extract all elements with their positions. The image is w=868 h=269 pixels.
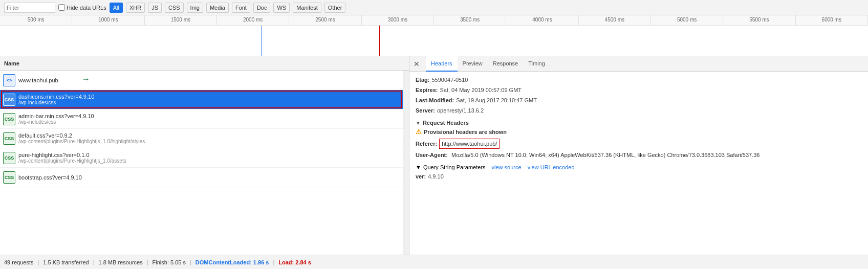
user-agent-line: User-Agent: Mozilla/5.0 (Windows NT 10.0… bbox=[416, 150, 862, 160]
list-item[interactable]: CSS dashicons.min.css?ver=4.9.10 /wp-inc… bbox=[0, 90, 403, 109]
filter-btn-doc[interactable]: Doc bbox=[253, 3, 271, 13]
referer-val: http://www.taohui.pub/ bbox=[439, 139, 500, 149]
tick-4500: 4500 ms bbox=[579, 15, 651, 25]
list-item[interactable]: CSS pure-highlight.css?ver=0.1.0 /wp-con… bbox=[0, 148, 403, 168]
req-text: www.taohui.pub bbox=[18, 77, 58, 83]
resources-size: 1.8 MB resources bbox=[98, 259, 142, 265]
hide-data-urls-text: Hide data URLs bbox=[67, 5, 106, 11]
referer-line: Referer: http://www.taohui.pub/ bbox=[416, 138, 862, 150]
tick-2500: 2500 ms bbox=[289, 15, 361, 25]
req-text: default.css?ver=0.9.2 /wp-content/plugin… bbox=[18, 132, 145, 144]
tick-5500: 5500 ms bbox=[723, 15, 795, 25]
list-item[interactable]: CSS default.css?ver=0.9.2 /wp-content/pl… bbox=[0, 129, 403, 148]
user-agent-val: Mozilla/5.0 (Windows NT 10.0; Win64; x64… bbox=[451, 152, 760, 158]
tab-timing[interactable]: Timing bbox=[523, 56, 550, 72]
triangle-icon: ▼ bbox=[416, 120, 421, 126]
last-modified-line: Last-Modified: Sat, 19 Aug 2017 20:10:47… bbox=[416, 95, 862, 105]
expires-val: Sat, 04 May 2019 00:57:09 GMT bbox=[440, 86, 522, 94]
req-name: default.css?ver=0.9.2 bbox=[18, 132, 145, 139]
hide-data-urls-label[interactable]: Hide data URLs bbox=[58, 4, 106, 11]
query-param: ver: 4.9.10 bbox=[416, 172, 862, 181]
list-item[interactable]: CSS admin-bar.min.css?ver=4.9.10 /wp-inc… bbox=[0, 109, 403, 129]
tick-1000: 1000 ms bbox=[72, 15, 144, 25]
req-path: /wp-content/plugins/Pure-Highlightjs_1.0… bbox=[18, 158, 126, 164]
expires-line: Expires: Sat, 04 May 2019 00:57:09 GMT bbox=[416, 85, 862, 95]
list-item[interactable]: CSS bootstrap.css?ver=4.9.10 bbox=[0, 168, 403, 187]
css-icon: CSS bbox=[3, 171, 15, 184]
server-val: openresty/1.13.6.2 bbox=[437, 106, 484, 115]
filter-input[interactable] bbox=[4, 3, 55, 13]
tab-preview[interactable]: Preview bbox=[458, 56, 488, 72]
tick-3000: 3000 ms bbox=[362, 15, 434, 25]
filter-btn-js[interactable]: JS bbox=[148, 3, 162, 13]
tick-2000: 2000 ms bbox=[217, 15, 289, 25]
tick-500: 500 ms bbox=[0, 15, 72, 25]
last-modified-val: Sat, 19 Aug 2017 20:10:47 GMT bbox=[456, 96, 537, 104]
query-key: ver: bbox=[416, 173, 426, 180]
green-arrow-icon: → bbox=[82, 75, 90, 84]
filter-btn-ws[interactable]: WS bbox=[273, 3, 290, 13]
req-name: admin-bar.min.css?ver=4.9.10 bbox=[18, 113, 94, 119]
load-time: Load: 2.84 s bbox=[278, 259, 311, 265]
req-text: admin-bar.min.css?ver=4.9.10 /wp-include… bbox=[18, 113, 94, 125]
filter-btn-img[interactable]: Img bbox=[187, 3, 203, 13]
requests-list[interactable]: <> www.taohui.pub → CSS dashicons.min.cs… bbox=[0, 71, 403, 255]
tick-1500: 1500 ms bbox=[145, 15, 217, 25]
req-name: pure-highlight.css?ver=0.1.0 bbox=[18, 152, 126, 158]
query-section: ▼ Query String Parameters view source vi… bbox=[416, 164, 862, 181]
css-icon: CSS bbox=[3, 113, 15, 125]
name-header: Name bbox=[0, 56, 409, 71]
tick-4000: 4000 ms bbox=[506, 15, 578, 25]
etag-key: Etag: bbox=[416, 76, 430, 84]
req-text: bootstrap.css?ver=4.9.10 bbox=[18, 174, 82, 181]
scrollbar[interactable] bbox=[403, 71, 409, 255]
query-val: 4.9.10 bbox=[428, 173, 444, 180]
css-icon: CSS bbox=[3, 94, 15, 106]
filter-btn-xhr[interactable]: XHR bbox=[126, 3, 145, 13]
etag-val: 5590047-0510 bbox=[432, 76, 468, 84]
provisional-text: Provisional headers are shown bbox=[424, 129, 507, 135]
last-modified-key: Last-Modified: bbox=[416, 96, 454, 104]
main-area: Name <> www.taohui.pub → CSS dashicons.m… bbox=[0, 56, 868, 255]
user-agent-key: User-Agent: bbox=[416, 152, 448, 158]
view-url-encoded-link[interactable]: view URL encoded bbox=[528, 164, 575, 170]
transferred-size: 1.5 KB transferred bbox=[43, 259, 89, 265]
filter-btn-other[interactable]: Other bbox=[324, 3, 346, 13]
tab-response[interactable]: Response bbox=[488, 56, 524, 72]
expires-key: Expires: bbox=[416, 86, 438, 94]
filter-btn-css[interactable]: CSS bbox=[165, 3, 184, 13]
req-name: dashicons.min.css?ver=4.9.10 bbox=[18, 94, 94, 100]
timeline-ruler: 500 ms 1000 ms 1500 ms 2000 ms 2500 ms 3… bbox=[0, 15, 868, 26]
etag-line: Etag: 5590047-0510 bbox=[416, 75, 862, 85]
dom-content-loaded: DOMContentLoaded: 1.96 s bbox=[196, 259, 269, 265]
server-key: Server: bbox=[416, 106, 435, 115]
timeline-area: 500 ms 1000 ms 1500 ms 2000 ms 2500 ms 3… bbox=[0, 15, 868, 56]
requests-count: 49 requests bbox=[4, 259, 33, 265]
referer-key: Referer: bbox=[416, 140, 437, 148]
server-line: Server: openresty/1.13.6.2 bbox=[416, 105, 862, 116]
provisional-banner: ⚠ Provisional headers are shown bbox=[416, 128, 862, 136]
tab-headers[interactable]: Headers bbox=[426, 56, 458, 72]
query-section-label: Query String Parameters bbox=[423, 164, 486, 170]
html-icon: <> bbox=[3, 74, 15, 86]
req-path: /wp-includes/css bbox=[18, 100, 94, 105]
timeline-bars bbox=[0, 26, 868, 56]
panel-tabs: ✕ Headers Preview Response Timing bbox=[409, 56, 868, 72]
css-icon: CSS bbox=[3, 152, 15, 164]
status-bar: 49 requests | 1.5 KB transferred | 1.8 M… bbox=[0, 255, 868, 269]
req-name: www.taohui.pub bbox=[18, 77, 58, 83]
timeline-marker-dom bbox=[262, 26, 262, 56]
panel-content[interactable]: Etag: 5590047-0510 Expires: Sat, 04 May … bbox=[409, 72, 868, 255]
close-button[interactable]: ✕ bbox=[411, 59, 422, 69]
filter-btn-media[interactable]: Media bbox=[206, 3, 229, 13]
req-path: /wp-includes/css bbox=[18, 119, 94, 125]
view-source-link[interactable]: view source bbox=[492, 164, 522, 170]
filter-btn-all[interactable]: All bbox=[110, 3, 123, 13]
filter-btn-manifest[interactable]: Manifest bbox=[293, 3, 321, 13]
hide-data-urls-checkbox[interactable] bbox=[58, 4, 65, 11]
filter-btn-font[interactable]: Font bbox=[232, 3, 250, 13]
left-panel: Name <> www.taohui.pub → CSS dashicons.m… bbox=[0, 56, 409, 255]
request-headers-section: ▼ Request Headers bbox=[416, 120, 862, 126]
tick-3500: 3500 ms bbox=[434, 15, 506, 25]
list-item[interactable]: <> www.taohui.pub → bbox=[0, 71, 403, 90]
